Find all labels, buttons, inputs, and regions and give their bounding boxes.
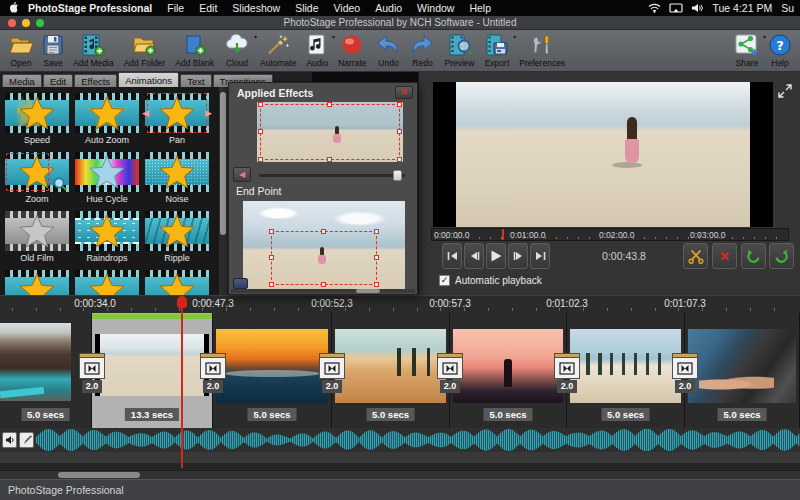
tab-edit[interactable]: Edit (43, 74, 73, 87)
transition-1[interactable]: 2.0 (79, 353, 105, 393)
fullscreen-expand-icon[interactable] (778, 84, 792, 98)
export-button[interactable]: ▾Export (480, 31, 515, 71)
automatic-playback-checkbox[interactable]: ✓ (439, 275, 450, 286)
edit-pencil-icon[interactable] (19, 432, 34, 448)
add-folder-button[interactable]: Add Folder (119, 31, 171, 71)
open-button[interactable]: Open (4, 31, 38, 71)
clip-7[interactable]: 5.0 secs (685, 313, 800, 428)
audio-button[interactable]: ▾Audio (301, 31, 333, 71)
cloud-button[interactable]: ▾Cloud (219, 31, 255, 71)
effect-partial-tile[interactable] (142, 270, 212, 295)
effect-auto-zoom[interactable]: Auto Zoom (72, 93, 142, 149)
effect-ripple[interactable]: Ripple (142, 211, 212, 267)
timeline-playhead-line[interactable] (181, 296, 183, 468)
selection-handle[interactable] (397, 157, 402, 162)
menu-item-help[interactable]: Help (469, 2, 491, 14)
clip-4[interactable]: 5.0 secs (332, 313, 450, 428)
selection-handle[interactable] (374, 282, 379, 287)
menu-item-window[interactable]: Window (417, 2, 454, 14)
transition-5[interactable]: 2.0 (554, 353, 580, 393)
split-scissors-button[interactable] (683, 243, 708, 269)
menu-clock[interactable]: Tue 4:21 PM (712, 2, 772, 14)
timeline-playhead-marker[interactable] (177, 296, 187, 308)
effect-pan[interactable]: ◀▶Pan (142, 93, 212, 149)
timeline-ruler[interactable]: 0:00:34.00:00:47.30:00:52.30:00:57.30:01… (0, 295, 800, 313)
rotate-right-button[interactable] (769, 243, 794, 269)
timeline-horizontal-scrollbar[interactable] (0, 470, 800, 479)
preview-button[interactable]: Preview (439, 31, 479, 71)
selection-handle[interactable] (258, 157, 263, 162)
effects-panel-scrollbar[interactable] (218, 87, 227, 295)
slider-thumb[interactable] (393, 170, 402, 181)
scrollbar-thumb[interactable] (356, 289, 380, 293)
share-button[interactable]: ▾Share (730, 31, 764, 71)
pan-start-selection-rect[interactable] (260, 104, 400, 160)
redo-button[interactable]: Redo (405, 31, 439, 71)
pan-start-point-thumbnail[interactable] (257, 102, 403, 162)
menu-item-slide[interactable]: Slide (295, 2, 318, 14)
preview-playhead[interactable] (502, 229, 504, 240)
effect-position-slider[interactable] (259, 174, 405, 177)
step-back-button[interactable] (464, 243, 484, 269)
selection-handle[interactable] (397, 129, 402, 134)
add-blank-button[interactable]: Add Blank (170, 31, 219, 71)
menu-item-edit[interactable]: Edit (199, 2, 217, 14)
skip-start-button[interactable] (442, 243, 462, 269)
preferences-button[interactable]: Preferences (514, 31, 570, 71)
pan-end-point-thumbnail[interactable] (243, 201, 405, 289)
wifi-icon[interactable] (648, 3, 661, 13)
volume-icon[interactable] (691, 3, 703, 13)
transition-2[interactable]: 2.0 (200, 353, 226, 393)
transition-3[interactable]: 2.0 (319, 353, 345, 393)
speaker-icon[interactable] (2, 432, 17, 448)
selection-handle[interactable] (327, 157, 332, 162)
tab-animations[interactable]: Animations (118, 72, 179, 87)
automate-button[interactable]: Automate (255, 31, 301, 71)
tab-text[interactable]: Text (180, 74, 211, 87)
minimize-window-button[interactable] (22, 19, 30, 27)
clip-5[interactable]: 5.0 secs (450, 313, 567, 428)
menu-item-video[interactable]: Video (334, 2, 361, 14)
selection-handle[interactable] (397, 102, 402, 107)
tab-media[interactable]: Media (2, 74, 42, 87)
pan-end-selection-rect[interactable] (271, 231, 377, 285)
effect-speed[interactable]: Speed (2, 93, 72, 149)
add-media-button[interactable]: Add Media (68, 31, 119, 71)
delete-icon[interactable]: ✕ (712, 243, 737, 269)
transition-4[interactable]: 2.0 (437, 353, 463, 393)
effect-partial-tile[interactable] (2, 270, 72, 295)
display-mirroring-icon[interactable] (669, 3, 683, 13)
step-forward-button[interactable] (508, 243, 528, 269)
selection-handle[interactable] (269, 282, 274, 287)
audio-waveform[interactable] (36, 429, 800, 451)
audio-track[interactable] (0, 428, 800, 452)
preview-corner-button[interactable] (233, 278, 248, 289)
selection-handle[interactable] (321, 229, 326, 234)
effect-partial-tile[interactable] (72, 270, 142, 295)
effect-noise[interactable]: Noise (142, 152, 212, 208)
clip-3[interactable]: 5.0 secs (213, 313, 332, 428)
panel-horizontal-scrollbar[interactable] (231, 289, 415, 293)
clip-6[interactable]: 5.0 secs (567, 313, 685, 428)
close-icon[interactable]: ✕ (395, 86, 413, 99)
scrollbar-thumb[interactable] (58, 472, 140, 478)
zoom-window-button[interactable] (36, 19, 44, 27)
selection-handle[interactable] (321, 282, 326, 287)
help-button[interactable]: ?Help (764, 31, 796, 71)
effect-hue-cycle[interactable]: Hue Cycle (72, 152, 142, 208)
apple-menu-icon[interactable] (10, 2, 20, 14)
transition-6[interactable]: 2.0 (672, 353, 698, 393)
play-back-arrow-button[interactable]: ◀ (233, 167, 251, 182)
clip-2[interactable]: 13.3 secs (92, 313, 213, 428)
rotate-left-button[interactable] (741, 243, 766, 269)
preview-seek-ruler[interactable]: 0:00:00.00:01:00.00:02:00.00:03:00.0 (431, 228, 789, 241)
narrate-button[interactable]: Narrate (333, 31, 371, 71)
skip-end-button[interactable] (530, 243, 550, 269)
effect-old-film[interactable]: Old Film (2, 211, 72, 267)
selection-handle[interactable] (269, 255, 274, 260)
tab-effects[interactable]: Effects (74, 74, 117, 87)
selection-handle[interactable] (374, 229, 379, 234)
effect-zoom[interactable]: Zoom (2, 152, 72, 208)
undo-button[interactable]: Undo (371, 31, 405, 71)
selection-handle[interactable] (269, 229, 274, 234)
